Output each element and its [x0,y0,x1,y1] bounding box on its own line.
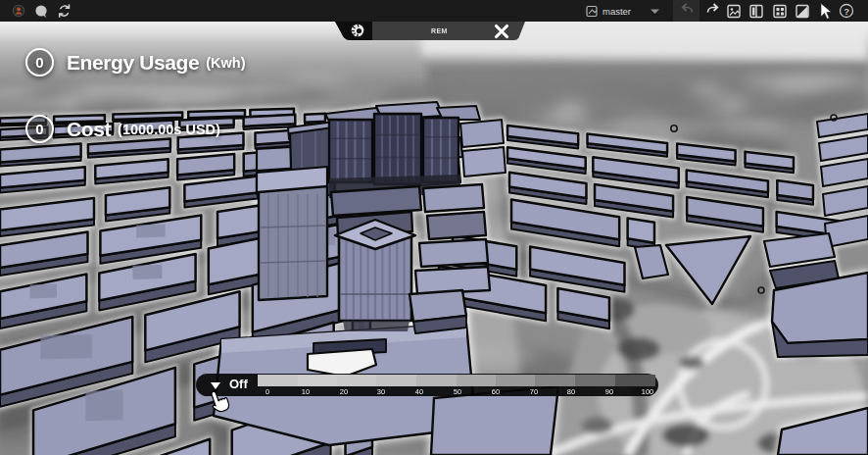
svg-text:REM: REM [431,27,448,34]
